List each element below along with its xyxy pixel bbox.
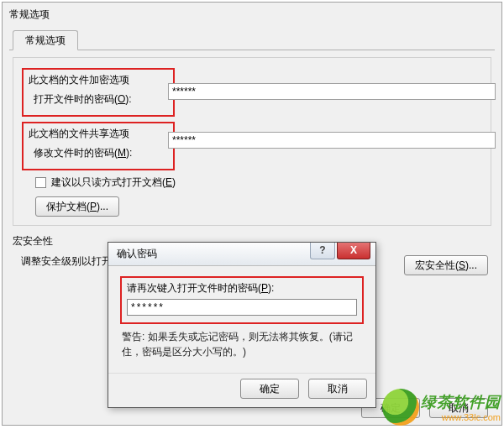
modify-password-input[interactable] [168,132,496,149]
watermark: 绿茶软件园 www.33lc.com [382,389,501,426]
confirm-password-input[interactable] [127,299,357,316]
encrypt-section-title: 此文档的文件加密选项 [29,73,168,87]
highlight-share: 此文档的文件共享选项 修改文件时的密码(M): [22,122,175,170]
close-icon[interactable]: X [337,243,370,259]
highlight-confirm: 请再次键入打开文件时的密码(P): [120,276,364,324]
readonly-checkbox[interactable] [35,177,46,188]
dialog-title: 确认密码 [117,247,157,261]
modify-password-label: 修改文件时的密码(M): [34,146,132,160]
options-panel: 此文档的文件加密选项 打开文件时的密码(O): 此文档的文件共享选项 修改文件时… [13,57,491,226]
protect-document-button[interactable]: 保护文档(P)... [35,196,119,217]
password-warning: 警告: 如果丢失或忘记密码，则无法将其恢复。(请记住，密码是区分大小写的。) [122,329,364,359]
highlight-encrypt: 此文档的文件加密选项 打开文件时的密码(O): [22,68,175,117]
confirm-password-label: 请再次键入打开文件时的密码(P): [127,281,357,296]
dialog-body: 请再次键入打开文件时的密码(P): 警告: 如果丢失或忘记密码，则无法将其恢复。… [108,266,375,373]
share-section-title: 此文档的文件共享选项 [29,127,168,141]
window-title: 常规选项 [3,3,501,27]
tab-general-options[interactable]: 常规选项 [13,30,78,50]
macro-security-button[interactable]: 宏安全性(S)... [404,255,488,275]
open-password-input[interactable] [168,83,496,100]
watermark-icon [382,389,419,426]
dialog-titlebar[interactable]: 确认密码 ? X [108,243,375,266]
dialog-cancel-button[interactable]: 取消 [308,379,367,399]
readonly-label: 建议以只读方式打开文档(E) [51,175,176,190]
dialog-ok-button[interactable]: 确定 [240,379,299,399]
dialog-buttons: 确定 取消 [108,373,375,407]
open-password-label: 打开文件时的密码(O): [34,92,132,107]
tab-strip: 常规选项 [9,30,495,50]
modify-password-row: 修改文件时的密码(M): [34,146,168,160]
watermark-url: www.33lc.com [421,412,501,422]
readonly-row[interactable]: 建议以只读方式打开文档(E) [35,175,482,190]
confirm-password-dialog: 确认密码 ? X 请再次键入打开文件时的密码(P): 警告: 如果丢失或忘记密码… [108,242,376,408]
watermark-brand: 绿茶软件园 [421,392,501,412]
help-icon[interactable]: ? [310,243,335,259]
open-password-row: 打开文件时的密码(O): [34,92,168,107]
